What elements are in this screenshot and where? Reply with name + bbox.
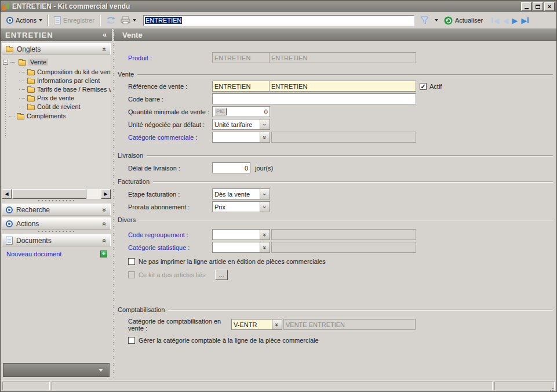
etape-dropdown[interactable]: Dès la vente › bbox=[212, 188, 270, 199]
unite-dropdown[interactable]: Unité tarifaire › bbox=[212, 119, 270, 130]
qty-unit-badge: PIE bbox=[214, 108, 227, 115]
scroll-left-icon[interactable]: ◀ bbox=[2, 189, 12, 199]
status-cell bbox=[2, 382, 50, 390]
scrollbar-thumb[interactable] bbox=[12, 189, 86, 199]
collapse-up-icon[interactable]: « bbox=[101, 238, 109, 242]
double-chevron-down-icon: » bbox=[261, 135, 268, 139]
actif-checkbox[interactable]: ✓ bbox=[420, 83, 427, 90]
lookup-button[interactable]: » bbox=[260, 242, 270, 252]
previous-record-button[interactable]: ◀ bbox=[501, 16, 510, 25]
coderegroup-dropdown[interactable]: » bbox=[212, 229, 270, 240]
dropdown-button[interactable]: › bbox=[260, 189, 270, 199]
splitter-handle[interactable] bbox=[1, 230, 112, 234]
group-divers: Divers bbox=[118, 216, 553, 223]
bullseye-icon bbox=[6, 17, 13, 24]
folder-icon bbox=[27, 105, 35, 110]
tree-node-vente[interactable]: − Vente bbox=[3, 58, 48, 66]
save-button[interactable]: Enregistrer bbox=[52, 15, 97, 26]
catcom-dropdown[interactable]: » bbox=[212, 132, 270, 143]
lookup-button[interactable]: » bbox=[260, 230, 270, 239]
folder-icon bbox=[6, 47, 13, 52]
documents-panel-header[interactable]: Documents « bbox=[2, 234, 111, 246]
filter-dropdown-icon[interactable] bbox=[435, 19, 438, 21]
group-comptabilisation: Comptabilisation bbox=[118, 306, 553, 313]
print-dropdown-icon[interactable] bbox=[133, 19, 136, 21]
no-print-checkbox[interactable] bbox=[128, 258, 135, 265]
collapse-node-icon[interactable]: − bbox=[3, 60, 8, 65]
dropdown-button[interactable]: › bbox=[260, 119, 270, 129]
sync-button[interactable] bbox=[104, 15, 118, 26]
collapse-up-icon[interactable]: « bbox=[101, 222, 109, 226]
add-document-icon[interactable]: + bbox=[100, 251, 107, 257]
folder-open-icon bbox=[19, 60, 26, 66]
lookup-button[interactable]: » bbox=[272, 320, 282, 329]
collapse-sidebar-icon[interactable]: « bbox=[103, 31, 107, 39]
sidebar-header: ENTRETIEN « bbox=[1, 29, 112, 41]
double-chevron-down-icon: » bbox=[274, 322, 281, 326]
minimize-button[interactable] bbox=[521, 2, 531, 11]
sidebar-bottom-dropdown[interactable] bbox=[3, 363, 110, 377]
actions-panel-header[interactable]: Actions « bbox=[2, 217, 111, 230]
print-button[interactable] bbox=[118, 15, 139, 26]
catstat-description-field bbox=[271, 242, 416, 253]
unite-label: Unité négociée par défaut : bbox=[128, 121, 212, 128]
resize-grip[interactable] bbox=[552, 388, 554, 389]
lookup-button[interactable]: » bbox=[260, 132, 270, 142]
codebarre-input[interactable] bbox=[212, 93, 416, 104]
group-livraison: Livraison bbox=[118, 152, 553, 159]
close-button[interactable]: × bbox=[544, 2, 555, 11]
filter-button[interactable] bbox=[418, 15, 431, 26]
tree-node-composition[interactable]: Composition du kit de vente bbox=[19, 68, 111, 76]
maximize-button[interactable] bbox=[533, 2, 543, 11]
dropdown-button[interactable]: › bbox=[260, 202, 270, 212]
gerer-categorie-label: Gérer la catégorie comptable à la ligne … bbox=[139, 337, 319, 344]
bullseye-icon bbox=[6, 206, 13, 213]
tree-horizontal-scrollbar[interactable]: ◀ ▶ bbox=[2, 189, 111, 199]
tree-node-informations[interactable]: Informations par client bbox=[19, 77, 100, 85]
status-bar bbox=[1, 380, 556, 391]
tabs-tree: − Vente Composition du kit de vente Info… bbox=[2, 55, 111, 189]
delai-input[interactable]: 0 bbox=[212, 162, 250, 173]
recherche-panel-header[interactable]: Recherche » bbox=[2, 204, 111, 216]
window-title: ENTRETIEN - Kit commercial vendu bbox=[12, 2, 130, 10]
coderegroup-description-field bbox=[271, 229, 416, 240]
kit-linked-checkbox bbox=[128, 271, 135, 278]
catcompta-dropdown[interactable]: V-ENTR » bbox=[231, 319, 282, 330]
reference-name[interactable]: ENTRETIEN bbox=[270, 81, 416, 91]
group-facturation: Facturation bbox=[118, 178, 553, 185]
chevron-down-icon: › bbox=[261, 193, 268, 195]
kit-linked-label: Ce kit a des articles liés bbox=[139, 271, 215, 278]
scroll-right-icon[interactable]: ▶ bbox=[101, 189, 111, 199]
produit-name: ENTRETIEN bbox=[270, 53, 416, 63]
browse-button[interactable]: ... bbox=[215, 270, 228, 280]
recherche-title: Recherche bbox=[16, 206, 50, 214]
tree-node-tarifs[interactable]: Tarifs de base / Remises ve bbox=[19, 85, 111, 93]
record-search-input[interactable]: ENTRETIEN bbox=[143, 15, 414, 26]
tree-node-prix[interactable]: Prix de vente bbox=[19, 94, 74, 102]
next-record-button[interactable]: ▶ bbox=[510, 16, 519, 25]
gerer-categorie-checkbox[interactable] bbox=[128, 337, 135, 344]
new-document-link[interactable]: Nouveau document bbox=[6, 251, 61, 257]
app-window: ENTRETIEN - Kit commercial vendu × Actio… bbox=[0, 0, 557, 392]
expand-down-icon[interactable]: » bbox=[101, 208, 109, 212]
prorata-dropdown[interactable]: Prix › bbox=[212, 201, 270, 212]
actions-menu-button[interactable]: Actions bbox=[4, 16, 45, 25]
tree-node-cout[interactable]: Coût de revient bbox=[19, 103, 81, 111]
onglets-panel-header[interactable]: Onglets « bbox=[2, 43, 111, 55]
catstat-dropdown[interactable]: » bbox=[212, 242, 270, 253]
reference-field[interactable]: ENTRETIEN ENTRETIEN bbox=[212, 81, 416, 92]
collapse-up-icon[interactable]: « bbox=[101, 47, 109, 51]
chevron-down-icon: › bbox=[261, 124, 268, 126]
first-record-button[interactable]: ◀ bbox=[490, 16, 501, 25]
splitter-handle[interactable] bbox=[1, 199, 112, 203]
refresh-button[interactable]: Actualiser bbox=[442, 15, 485, 26]
last-record-button[interactable]: ▶ bbox=[519, 16, 530, 25]
qty-label: Quantité minimale de vente : bbox=[128, 108, 212, 115]
reference-code[interactable]: ENTRETIEN bbox=[213, 81, 270, 91]
catcom-description-field bbox=[271, 132, 416, 143]
prorata-value: Prix bbox=[213, 202, 260, 212]
main-toolbar: Actions Enregistrer ENTRET bbox=[1, 12, 556, 29]
tree-node-complements[interactable]: Compléments bbox=[9, 112, 66, 120]
qty-input[interactable]: PIE 0 bbox=[212, 106, 270, 117]
chevron-down-icon bbox=[99, 369, 103, 372]
